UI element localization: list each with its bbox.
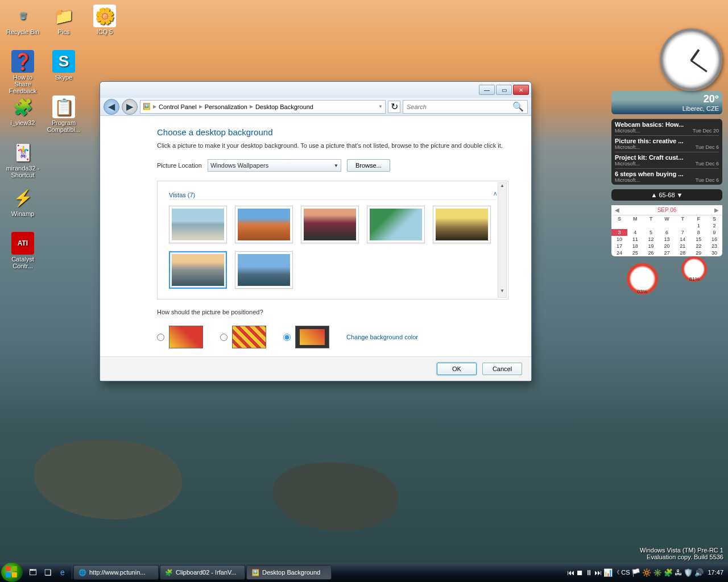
browse-button[interactable]: Browse... xyxy=(347,159,390,172)
shield-icon[interactable]: 🛡️ xyxy=(684,568,693,577)
wallpaper-thumb[interactable] xyxy=(235,206,293,243)
back-button[interactable]: ◀ xyxy=(104,99,119,115)
group-header[interactable]: Vistas (7) ᐱ xyxy=(169,192,497,200)
news-item[interactable]: 6 steps when buying ...Microsoft...Tue D… xyxy=(615,168,719,185)
media-prev-icon[interactable]: ⏮ xyxy=(567,568,574,577)
close-button[interactable]: ✕ xyxy=(513,85,529,95)
taskbar-task[interactable]: 🌐http://www.pctunin... xyxy=(73,565,159,580)
desktop-icon[interactable]: 🧩i_view32 xyxy=(5,95,41,136)
breadcrumb-item[interactable]: Desktop Background xyxy=(255,103,313,110)
desktop-icon[interactable]: 📁Pics xyxy=(46,5,82,45)
wallpaper-thumb[interactable] xyxy=(169,251,227,289)
news-item[interactable]: Webcam basics: How...Microsoft...Tue Dec… xyxy=(615,119,719,135)
flag-icon[interactable]: 🏳️ xyxy=(631,568,640,577)
cal-next-icon[interactable]: ▶ xyxy=(714,207,719,213)
position-center[interactable] xyxy=(283,326,329,348)
cal-prev-icon[interactable]: ◀ xyxy=(615,207,619,213)
news-item[interactable]: Project kit: Craft cust...Microsoft...Tu… xyxy=(615,152,719,168)
media-next-icon[interactable]: ⏭ xyxy=(594,568,602,577)
titlebar[interactable]: — ▭ ✕ xyxy=(100,82,531,98)
collapse-icon[interactable]: ᐱ xyxy=(494,192,497,198)
desktop-icon[interactable]: ❓How to Share Feedback xyxy=(5,50,41,91)
picture-location-label: Picture Location xyxy=(157,162,202,169)
search-box: 🔍 xyxy=(403,100,528,114)
stock-gadget[interactable]: ▲ 65-68 ▼ xyxy=(611,189,722,201)
cancel-button[interactable]: Cancel xyxy=(482,363,522,375)
quick-launch: 🗔 ❏ e xyxy=(24,566,72,579)
desktop-icon[interactable]: 🌼ICQ 5 xyxy=(86,5,123,45)
lang-indicator[interactable]: CS xyxy=(621,569,630,576)
wallpaper-rock xyxy=(34,440,182,519)
weather-gadget[interactable]: 20° Liberec, CZE xyxy=(611,91,722,114)
desktop-icon[interactable]: 🗑️Recycle Bin xyxy=(5,5,41,45)
desktop-icon[interactable]: SSkype xyxy=(46,50,82,91)
tray-icon[interactable]: 🔆 xyxy=(642,568,651,577)
cpu-meter-gadget[interactable]: 03% 81% xyxy=(611,261,722,297)
content-pane: Choose a desktop background Click a pict… xyxy=(100,116,531,356)
scroll-down-icon[interactable]: ▼ xyxy=(498,288,506,297)
maximize-button[interactable]: ▭ xyxy=(496,85,512,95)
chevron-down-icon[interactable]: ▼ xyxy=(378,104,383,109)
tray-icon[interactable]: 🧩 xyxy=(664,568,673,577)
desktop-icon[interactable]: 📋Program Compatibi... xyxy=(46,95,82,136)
news-gadget[interactable]: Webcam basics: How...Microsoft...Tue Dec… xyxy=(611,119,722,185)
page-description: Click a picture to make it your desktop … xyxy=(157,142,508,150)
taskbar-task[interactable]: 🖼️Desktop Background xyxy=(246,565,332,580)
wallpaper-thumb[interactable] xyxy=(301,206,359,243)
picture-location-dropdown[interactable]: Windows Wallpapers ▼ xyxy=(208,159,341,172)
wallpaper-thumb[interactable] xyxy=(433,206,491,243)
taskbar-task[interactable]: 🧩Clipboard02 - IrfanV... xyxy=(160,565,245,580)
wallpaper-thumb[interactable] xyxy=(169,206,227,243)
search-icon[interactable]: 🔍 xyxy=(509,101,527,112)
switch-windows-icon[interactable]: ❏ xyxy=(41,566,55,579)
scrollbar[interactable]: ▲ ▼ xyxy=(498,182,507,298)
start-button[interactable] xyxy=(1,563,23,582)
sidebar-gadgets: 20° Liberec, CZE Webcam basics: How...Mi… xyxy=(611,28,722,301)
show-desktop-icon[interactable]: 🗔 xyxy=(26,566,40,579)
svg-rect-3 xyxy=(12,572,17,577)
watermark: Windows Vista (TM) Pre-RC 1 Evaluation c… xyxy=(640,547,723,560)
media-stop-icon[interactable]: ⏹ xyxy=(576,568,584,577)
wallpaper-rock xyxy=(273,463,398,531)
position-tile[interactable] xyxy=(220,326,266,348)
volume-icon[interactable]: 📊 xyxy=(603,568,613,577)
refresh-button[interactable]: ↻ xyxy=(388,101,400,113)
desktop-background-window: — ▭ ✕ ◀ ▶ 🖼️▶ Control Panel▶ Personaliza… xyxy=(100,81,532,381)
change-bg-color-link[interactable]: Change background color xyxy=(346,334,418,340)
forward-button[interactable]: ▶ xyxy=(122,99,138,115)
system-tray: ⏮ ⏹ ⏸ ⏭ 📊 《 CS 🏳️ 🔆 ✳️ 🧩 🖧 🛡️ 🔊 17:47 xyxy=(567,568,727,577)
position-fill[interactable] xyxy=(157,326,203,348)
breadcrumb[interactable]: 🖼️▶ Control Panel▶ Personalization▶ Desk… xyxy=(140,100,386,114)
desktop-icon[interactable]: ⚡Winamp xyxy=(5,186,41,227)
dialog-footer: OK Cancel xyxy=(100,356,531,381)
meter-left: 03% xyxy=(627,263,658,294)
clock-gadget[interactable] xyxy=(660,28,722,91)
weather-temp: 20° xyxy=(615,93,719,105)
media-play-icon[interactable]: ⏸ xyxy=(585,568,593,577)
svg-rect-0 xyxy=(6,566,11,571)
breadcrumb-item[interactable]: Control Panel xyxy=(159,103,197,110)
minimize-button[interactable]: — xyxy=(479,85,495,95)
wallpaper-gallery: Vistas (7) ᐱ ▲ ▼ xyxy=(157,181,508,300)
chevron-down-icon: ▼ xyxy=(334,163,338,168)
calendar-gadget[interactable]: ◀ SEP 06 ▶ SMTWTFS1234567891011121314151… xyxy=(611,205,722,256)
network-icon[interactable]: 🖧 xyxy=(675,568,682,577)
ok-button[interactable]: OK xyxy=(437,363,477,375)
search-input[interactable] xyxy=(403,103,509,110)
news-item[interactable]: Picture this: creative ...Microsoft...Tu… xyxy=(615,135,719,152)
taskbar: 🗔 ❏ e 🌐http://www.pctunin...🧩Clipboard02… xyxy=(0,563,728,582)
scroll-up-icon[interactable]: ▲ xyxy=(498,183,506,192)
svg-rect-1 xyxy=(12,566,17,571)
wallpaper-thumb[interactable] xyxy=(235,251,293,289)
meter-right: 81% xyxy=(681,256,707,282)
ie-icon[interactable]: e xyxy=(56,566,69,579)
tray-icon[interactable]: ✳️ xyxy=(653,568,662,577)
breadcrumb-item[interactable]: Personalization xyxy=(205,103,247,110)
tray-chevron-icon[interactable]: 《 xyxy=(614,569,619,576)
page-heading: Choose a desktop background xyxy=(157,127,508,137)
desktop-icon[interactable]: ATICatalyst Contr... xyxy=(5,232,41,273)
volume-icon[interactable]: 🔊 xyxy=(694,568,704,577)
desktop-icon[interactable]: 🃏miranda32 - Shortcut xyxy=(5,141,41,182)
wallpaper-thumb[interactable] xyxy=(367,206,425,243)
clock[interactable]: 17:47 xyxy=(708,569,723,576)
